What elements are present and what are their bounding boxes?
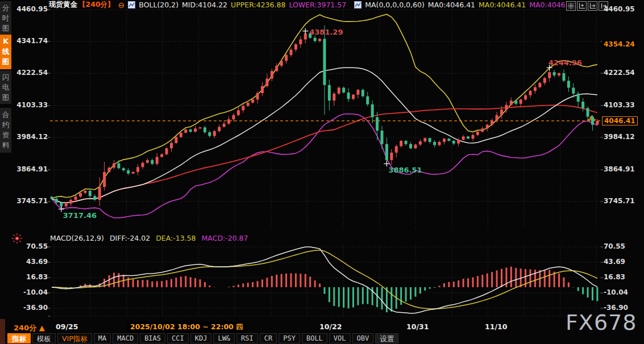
- last-price-badge: 4046.41: [602, 116, 638, 125]
- collapse-circle-icon[interactable]: ⊖: [118, 1, 125, 10]
- macd-axis-label: 70.55: [10, 242, 48, 250]
- price-axis-label: 3745.71: [604, 197, 635, 205]
- bias-button[interactable]: BIAS: [140, 333, 165, 343]
- price-axis-label: 3984.12: [10, 133, 48, 141]
- rsi-button[interactable]: RSI: [236, 333, 258, 343]
- macd-axis-label: -10.04: [604, 288, 628, 296]
- psy-button[interactable]: PSY: [279, 333, 300, 343]
- ma-value-2: MA0:4046.41: [479, 1, 526, 9]
- period-text: 240分: [14, 324, 36, 332]
- period-label: 【240分】: [78, 0, 115, 10]
- price-annotation: 3886.51: [388, 166, 422, 174]
- price-axis-label: 4103.33: [10, 101, 48, 109]
- macd-button[interactable]: MACD: [113, 333, 138, 343]
- template-tab[interactable]: 模板: [32, 333, 56, 343]
- sidebar-item-label: 合约资料: [2, 110, 10, 149]
- candle-time-tooltip: 2025/10/02 18:00 ~ 22:00 四: [127, 322, 246, 333]
- price-axis-label: 3745.71: [10, 197, 48, 205]
- price-annotation: 4244.96: [549, 58, 582, 67]
- sidebar-item-contract-info[interactable]: 合约资料: [0, 108, 11, 153]
- price-annotation: 3717.46: [63, 211, 97, 220]
- x-axis-zoom-icon[interactable]: [588, 1, 597, 11]
- boll-lower-value: LOWER:3971.57: [289, 1, 346, 9]
- settings-button[interactable]: 设置: [375, 333, 398, 343]
- macd-diff-value: DIFF:-24.02: [110, 234, 150, 242]
- indicator-toolbar: 指标 模板 VIP指标 MA MACD BIAS CCI KDJ LW& RSI…: [7, 333, 398, 343]
- vip-indicator-tab[interactable]: VIP指标: [57, 333, 92, 343]
- price-axis-label: 4222.54: [10, 69, 48, 77]
- kdj-button[interactable]: KDJ: [190, 333, 212, 343]
- x-axis-label: 11/10: [485, 322, 507, 331]
- x-axis-label: 09/25: [56, 322, 78, 331]
- macd-hist-value: MACD:-20.87: [202, 234, 248, 242]
- ma-indicator-name: MA(0,0,0,0,0,60): [365, 1, 425, 9]
- x-axis-label: 10/31: [406, 322, 429, 331]
- sidebar-bottom-strip: [0, 319, 5, 344]
- cci-button[interactable]: CCI: [167, 333, 189, 343]
- sidebar-item-label: 闪电图: [2, 73, 10, 102]
- macd-axis-label: 16.83: [604, 273, 625, 281]
- boll-button[interactable]: BOLL: [302, 333, 327, 343]
- obv-button[interactable]: OBV: [352, 333, 374, 343]
- price-axis-label: 3864.91: [10, 165, 48, 173]
- vol-button[interactable]: VOL: [329, 333, 351, 343]
- sidebar-item-label: K线图: [2, 37, 10, 66]
- price-axis-label: 3864.91: [604, 165, 635, 173]
- chart-header: 现货黄金【240分】 ⊖ BOLL(20,2) MID:4104.22 UPPE…: [49, 0, 576, 10]
- period-selector[interactable]: 240分 ▲: [14, 323, 45, 333]
- macd-axis-label: -10.04: [10, 288, 48, 296]
- watermark-logo: FX678: [566, 310, 637, 335]
- crosshair-icon[interactable]: [566, 1, 576, 11]
- sidebar-item-timeshare-chart[interactable]: 分时图: [0, 1, 11, 35]
- ma-value-1: MA0:4046.41: [428, 1, 475, 9]
- trading-app-window: 3717.464381.293886.514244.96 分时图 K线图 闪电图…: [0, 0, 644, 344]
- indicator-tab[interactable]: 指标: [7, 333, 31, 343]
- price-annotation: 4381.29: [309, 28, 343, 36]
- price-axis-label: 3984.12: [604, 133, 635, 141]
- session-high-price-badge: 4354.24: [602, 40, 637, 48]
- ma-button[interactable]: MA: [94, 333, 111, 343]
- price-axis-label: 4341.74: [10, 37, 48, 45]
- macd-legend: MACD(26,12,9) DIFF:-24.02 DEA:-13.58 MAC…: [50, 234, 248, 242]
- price-axis-label: 4460.95: [604, 5, 635, 13]
- indicator-chip-icon: [128, 1, 135, 9]
- price-axis-label: 4460.95: [10, 5, 48, 13]
- macd-axis-label: 16.83: [10, 273, 48, 281]
- price-axis-label: 4103.33: [604, 101, 635, 109]
- lw-button[interactable]: LW&: [213, 333, 235, 343]
- macd-dea-value: DEA:-13.58: [156, 234, 196, 242]
- sidebar-item-kline-chart[interactable]: K线图: [0, 35, 11, 69]
- sidebar-item-lightning-chart[interactable]: 闪电图: [0, 70, 11, 104]
- boll-indicator-name: BOLL(20,2): [139, 1, 178, 9]
- macd-indicator-name: MACD(26,12,9): [50, 234, 104, 242]
- cr-button[interactable]: CR: [260, 333, 277, 343]
- price-macd-chart-svg: 3717.464381.293886.514244.96: [0, 0, 644, 344]
- macd-axis-label: 70.55: [604, 242, 625, 250]
- boll-mid-value: MID:4104.22: [182, 1, 227, 9]
- macd-axis-label: -36.90: [10, 304, 48, 312]
- chart-canvas[interactable]: 3717.464381.293886.514244.96: [0, 0, 644, 344]
- sidebar-item-label: 分时图: [2, 3, 10, 32]
- macd-axis-label: 43.69: [604, 258, 625, 266]
- chart-tools-group: [566, 1, 608, 11]
- y-axis-zoom-icon[interactable]: [577, 1, 587, 11]
- indicator-chip-icon: [354, 1, 362, 9]
- price-axis-label: 4222.54: [604, 69, 635, 77]
- boll-upper-value: UPPER:4236.88: [231, 1, 285, 9]
- x-axis-label: 10/22: [319, 322, 342, 331]
- symbol-name: 现货黄金: [49, 0, 77, 10]
- macd-axis-label: 43.69: [10, 258, 48, 266]
